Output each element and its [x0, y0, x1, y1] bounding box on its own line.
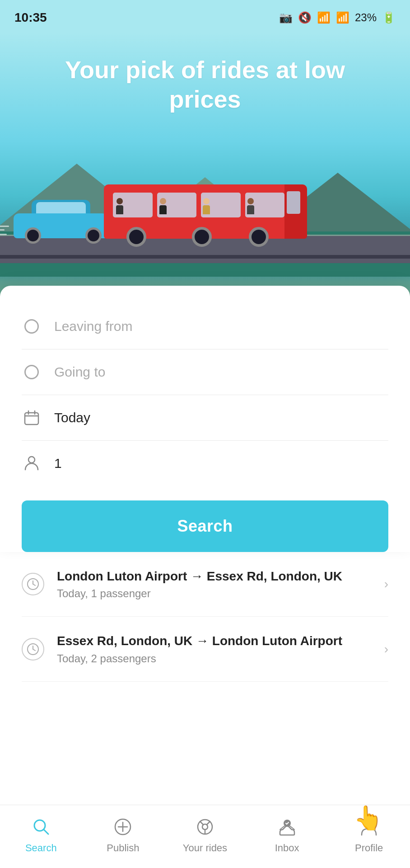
person-head-2 [160, 198, 166, 204]
svg-line-10 [33, 649, 35, 651]
bottom-nav: Search Publish Your rides [0, 805, 410, 868]
recent-item-1[interactable]: Essex Rd, London, UK → London Luton Airp… [22, 617, 388, 681]
calendar-svg [23, 410, 40, 426]
nav-item-publish[interactable]: Publish [82, 805, 164, 868]
status-icons: 📷 🔇 📶 📶 23% 🔋 [279, 11, 396, 24]
search-card: Leaving from Going to Today [0, 286, 410, 552]
bus-front [284, 184, 307, 239]
blue-car [14, 202, 113, 247]
nav-item-search[interactable]: Search [0, 805, 82, 868]
svg-line-7 [33, 584, 35, 585]
svg-line-18 [200, 821, 203, 825]
signal-icon: 📶 [336, 11, 349, 24]
speed-line-3 [0, 234, 7, 235]
recent-route-1: Essex Rd, London, UK → London Luton Airp… [57, 633, 372, 649]
going-to-row[interactable]: Going to [22, 349, 388, 395]
wifi-icon: 📶 [317, 11, 331, 24]
svg-point-22 [365, 820, 373, 828]
going-to-label: Going to [54, 364, 105, 380]
main-content: Your pick of rides at low prices [0, 33, 410, 786]
recent-item-0[interactable]: London Luton Airport → Essex Rd, London,… [22, 552, 388, 617]
origin-circle [24, 319, 39, 334]
recent-clock-icon-0 [22, 573, 44, 595]
profile-nav-icon [357, 815, 381, 839]
person-1 [115, 198, 124, 215]
road-rail-bottom [0, 255, 410, 259]
leaving-from-row[interactable]: Leaving from [22, 304, 388, 349]
date-row[interactable]: Today [22, 395, 388, 441]
inbox-nav-icon [275, 815, 299, 839]
nav-item-rides[interactable]: Your rides [164, 805, 246, 868]
rides-nav-icon [193, 815, 217, 839]
hero-section: Your pick of rides at low prices [0, 33, 410, 304]
recent-route-0: London Luton Airport → Essex Rd, London,… [57, 568, 372, 585]
bus-wheel-left [126, 227, 146, 247]
person-icon [22, 453, 42, 473]
person-4 [246, 198, 255, 215]
nav-label-inbox: Inbox [275, 842, 299, 854]
passengers-row[interactable]: 1 [22, 441, 388, 486]
red-bus [104, 176, 294, 249]
leaving-from-label: Leaving from [54, 319, 132, 334]
recent-sub-0: Today, 1 passenger [57, 587, 372, 600]
volume-off-icon: 🔇 [298, 11, 312, 24]
recent-chevron-0: › [384, 577, 388, 591]
person-svg [23, 455, 40, 472]
status-bar: 10:35 📷 🔇 📶 📶 23% 🔋 [0, 0, 410, 33]
car-wheel-right [85, 227, 102, 244]
svg-line-12 [44, 830, 48, 834]
recent-searches: London Luton Airport → Essex Rd, London,… [0, 552, 410, 682]
svg-rect-0 [25, 413, 38, 425]
bluetooth-icon: 📷 [279, 11, 293, 24]
bus-window-4 [245, 193, 285, 217]
going-to-icon [22, 362, 42, 382]
bus-wheel-right [249, 227, 269, 247]
person-body-2 [159, 205, 167, 214]
destination-circle [24, 365, 39, 379]
battery-icon: 🔋 [382, 11, 396, 24]
date-value: Today [54, 410, 90, 425]
speed-line-1 [0, 226, 9, 227]
nav-item-profile[interactable]: Profile [328, 805, 410, 868]
hero-illustration [0, 150, 410, 277]
calendar-icon [22, 408, 42, 428]
recent-clock-icon-1 [22, 638, 44, 660]
leaving-from-icon [22, 316, 42, 336]
recent-text-1: Essex Rd, London, UK → London Luton Airp… [57, 633, 372, 665]
car-wheel-left [25, 227, 41, 244]
person-3 [202, 198, 211, 215]
status-time: 10:35 [14, 10, 47, 25]
nav-item-inbox[interactable]: Inbox [246, 805, 328, 868]
search-nav-icon [29, 815, 53, 839]
search-button[interactable]: Search [22, 500, 388, 552]
bus-window-1 [113, 193, 153, 217]
speed-line-2 [0, 229, 5, 231]
publish-nav-icon [111, 815, 135, 839]
bus-window-3 [201, 193, 241, 217]
svg-point-4 [28, 457, 35, 463]
battery-percent: 23% [355, 11, 377, 24]
svg-line-19 [207, 821, 210, 825]
person-head-1 [116, 198, 123, 204]
passengers-value: 1 [54, 456, 62, 471]
nav-label-rides: Your rides [183, 842, 227, 854]
recent-sub-1: Today, 2 passengers [57, 652, 372, 665]
nav-label-profile: Profile [355, 842, 383, 854]
bus-windows-row [113, 193, 284, 217]
bus-window-2 [157, 193, 197, 217]
person-2 [158, 198, 168, 215]
recent-chevron-1: › [384, 642, 388, 656]
bus-wheel-middle [192, 227, 212, 247]
person-body-1 [116, 205, 123, 214]
nav-label-publish: Publish [107, 842, 139, 854]
recent-text-0: London Luton Airport → Essex Rd, London,… [57, 568, 372, 600]
nav-label-search: Search [25, 842, 57, 854]
bus-front-window [287, 191, 300, 214]
hero-title: Your pick of rides at low prices [0, 33, 410, 114]
